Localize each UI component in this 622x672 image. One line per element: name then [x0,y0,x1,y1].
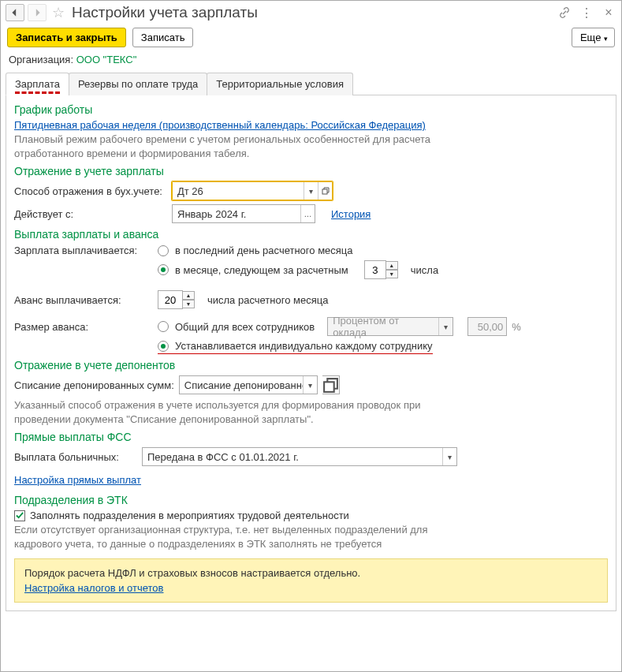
etk-note: Если отсутствует организационная структу… [14,523,456,551]
spinner-up-icon[interactable]: ▲ [385,261,398,270]
method-dropdown-icon[interactable]: ▾ [304,182,318,200]
advance-day-input[interactable] [158,290,183,309]
tab-salary[interactable]: Зарплата [6,73,69,95]
kebab-menu-icon[interactable]: ⋮ [580,6,593,19]
svg-rect-0 [322,189,327,194]
tab-territorial[interactable]: Территориальные условия [207,73,353,95]
method-label: Способ отражения в бух.учете: [14,185,167,197]
fss-field[interactable]: Передана в ФСС с 01.01.2021 г. ▾ [142,447,457,466]
org-value: ООО "ТЕКС" [76,54,137,65]
back-button[interactable] [6,4,24,21]
page-title: Настройки учета зарплаты [72,4,258,21]
info-text: Порядок расчета НДФЛ и страховых взносов… [24,567,598,579]
spinner-up-icon[interactable]: ▲ [182,291,195,300]
org-label: Организация: [9,54,73,65]
size-pct-input [467,317,507,336]
close-icon[interactable]: × [602,6,615,19]
deponent-label: Списание депонированных сумм: [14,379,174,391]
spinner-down-icon[interactable]: ▼ [385,270,398,278]
method-value: Дт 26 [173,185,304,197]
fss-settings-link[interactable]: Настройка прямых выплат [14,474,141,486]
section-schedule: График работы [14,103,608,116]
section-payout: Выплата зарплаты и аванса [14,228,608,241]
chevron-down-icon[interactable]: ▾ [303,376,317,394]
spinner-down-icon[interactable]: ▼ [182,300,195,308]
method-field[interactable]: Дт 26 ▾ [172,181,333,200]
link-icon[interactable] [558,6,571,19]
section-deponent: Отражение в учете депонентов [14,359,608,371]
salary-pay-label: Зарплата выплачивается: [14,245,153,256]
radio-size-common[interactable]: Общий для всех сотрудников [158,321,315,333]
info-box: Порядок расчета НДФЛ и страховых взносов… [14,558,608,603]
save-close-button[interactable]: Записать и закрыть [7,28,126,47]
chevron-down-icon: ▾ [438,318,453,335]
radio-last-day[interactable]: в последний день расчетного месяца [158,245,353,256]
advance-suffix: числа расчетного месяца [207,294,328,306]
effective-ellipsis-icon[interactable]: … [300,205,315,222]
radio-size-individual[interactable]: Устанавливается индивидуально каждому со… [158,340,433,354]
tax-settings-link[interactable]: Настройка налогов и отчетов [24,582,163,594]
schedule-link[interactable]: Пятидневная рабочая неделя (производстве… [14,119,426,131]
deponent-open-icon[interactable] [322,375,340,394]
salary-day-suffix: числа [411,264,438,276]
fss-label: Выплата больничных: [14,451,137,463]
section-accounting: Отражение в учете зарплаты [14,165,608,177]
svg-rect-1 [324,382,334,392]
forward-button[interactable] [28,4,47,21]
section-fss: Прямые выплаты ФСС [14,431,608,443]
favorite-star-icon[interactable]: ☆ [50,4,67,21]
history-link[interactable]: История [331,208,371,220]
save-button[interactable]: Записать [132,28,194,47]
advance-size-label: Размер аванса: [14,321,153,333]
deponent-note: Указанный способ отражения в учете испол… [14,398,448,426]
effective-label: Действует с: [14,208,167,220]
salary-day-input[interactable] [364,260,386,279]
size-method-combo: Процентом от оклада ▾ [327,317,453,336]
etk-checkbox[interactable]: Заполнять подразделения в мероприятиях т… [14,510,608,521]
method-open-icon[interactable] [318,182,332,200]
effective-field[interactable]: Январь 2024 г. … [172,204,315,223]
more-button[interactable]: Еще ▾ [572,28,615,47]
chevron-down-icon[interactable]: ▾ [442,448,456,465]
pct-sign: % [512,321,521,333]
checkbox-icon [14,510,25,521]
radio-next-month[interactable]: в месяце, следующем за расчетным [158,264,348,276]
schedule-note: Плановый режим рабочего времени с учетом… [14,133,448,160]
tab-strip: Зарплата Резервы по оплате труда Террито… [6,72,616,95]
tab-reserves[interactable]: Резервы по оплате труда [69,73,207,95]
advance-label: Аванс выплачивается: [14,294,153,306]
deponent-field[interactable]: Списание депонированно ▾ [179,375,318,394]
section-etk: Подразделения в ЭТК [14,494,608,506]
